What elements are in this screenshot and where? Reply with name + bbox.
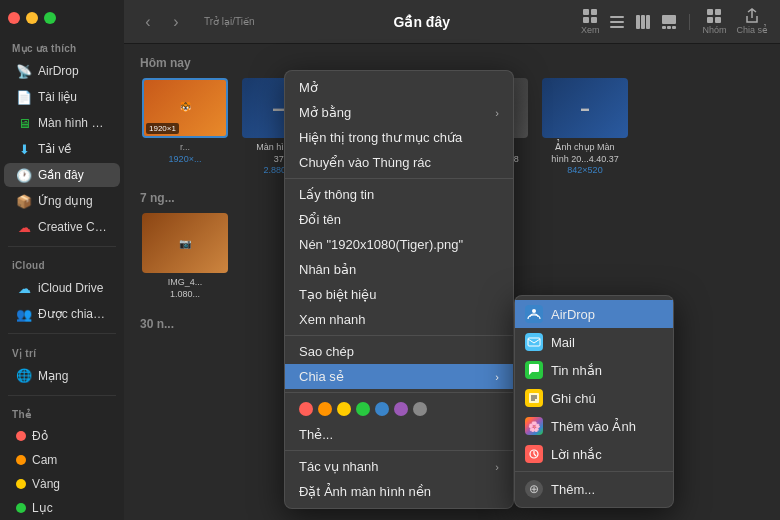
file-item[interactable]: 🐯 1920×1 r... 1920×... (140, 78, 230, 175)
color-yellow-dot[interactable] (337, 402, 351, 416)
sidebar-item-airdrop[interactable]: 📡 AirDrop (4, 59, 120, 83)
sub-reminders[interactable]: Lời nhắc (515, 440, 673, 468)
svg-rect-2 (583, 17, 589, 23)
ctx-open-with-label: Mở bằng (299, 105, 351, 120)
color-red-dot[interactable] (299, 402, 313, 416)
notes-submenu-icon (525, 389, 543, 407)
back-button[interactable]: ‹ (136, 10, 160, 34)
ctx-open-label: Mở (299, 80, 318, 95)
sidebar-item-shared[interactable]: 👥 Được chia sẻ (4, 302, 120, 326)
sidebar-item-creative[interactable]: ☁ Creative Clo... (4, 215, 120, 239)
svg-point-18 (532, 309, 536, 313)
ctx-getinfo-label: Lấy thông tin (299, 187, 374, 202)
ctx-duplicate[interactable]: Nhân bản (285, 257, 513, 282)
color-gray-dot[interactable] (413, 402, 427, 416)
color-orange-dot[interactable] (318, 402, 332, 416)
ctx-tags[interactable]: Thẻ... (285, 422, 513, 447)
sidebar-item-label: iCloud Drive (38, 281, 103, 295)
context-menu: Mở Mở bằng › Hiện thị trong thư mục chứa… (284, 70, 514, 509)
sidebar-item-tag-yellow[interactable]: Vàng (4, 473, 120, 495)
thumb-text: 🐯 (178, 100, 193, 116)
photos-submenu-label: Thêm vào Ảnh (551, 419, 636, 434)
color-purple-dot[interactable] (394, 402, 408, 416)
view-label: Xem (581, 25, 600, 35)
ctx-show-in-folder[interactable]: Hiện thị trong thư mục chứa (285, 125, 513, 150)
documents-icon: 📄 (16, 89, 32, 105)
file-item[interactable]: 📷 IMG_4...1.080... (140, 213, 230, 300)
sidebar-item-tag-green[interactable]: Lục (4, 497, 120, 519)
more-submenu-icon: ⊕ (525, 480, 543, 498)
sidebar-item-downloads[interactable]: ⬇ Tải về (4, 137, 120, 161)
sidebar-item-icloud-drive[interactable]: ☁ iCloud Drive (4, 276, 120, 300)
file-label: r... (180, 142, 190, 154)
sidebar-item-documents[interactable]: 📄 Tài liệu (4, 85, 120, 109)
ctx-quicklook-label: Xem nhanh (299, 312, 366, 327)
forward-button[interactable]: › (164, 10, 188, 34)
view-gallery-button[interactable] (661, 14, 677, 30)
ctx-open[interactable]: Mở (285, 75, 513, 100)
sidebar: Mục ưa thích 📡 AirDrop 📄 Tài liệu 🖥 Màn … (0, 0, 124, 520)
view-column-button[interactable] (635, 14, 651, 30)
ctx-wallpaper-label: Đặt Ảnh màn hình nền (299, 484, 431, 499)
ctx-compress[interactable]: Nén "1920x1080(Tiger).png" (285, 232, 513, 257)
svg-rect-8 (641, 15, 645, 29)
color-blue-dot[interactable] (375, 402, 389, 416)
svg-rect-15 (715, 9, 721, 15)
sidebar-item-label: AirDrop (38, 64, 79, 78)
sidebar-item-applications[interactable]: 📦 Ứng dụng (4, 189, 120, 213)
ctx-separator-1 (285, 178, 513, 179)
share-submenu: AirDrop Mail Tin nhắn Ghi chú 🌸 Thêm vào… (514, 295, 674, 508)
ctx-copy[interactable]: Sao chép (285, 339, 513, 364)
file-item[interactable]: ▬ Ảnh chụp Mànhình 20...4.40.37 842×520 (540, 78, 630, 175)
svg-line-26 (534, 454, 536, 456)
mail-submenu-icon (525, 333, 543, 351)
minimize-button[interactable] (26, 12, 38, 24)
reminders-submenu-label: Lời nhắc (551, 447, 602, 462)
tag-yellow-dot (16, 479, 26, 489)
view-grid-button[interactable]: Xem (581, 8, 600, 35)
sub-more[interactable]: ⊕ Thêm... (515, 475, 673, 503)
ctx-share[interactable]: Chia sẻ › (285, 364, 513, 389)
notes-submenu-label: Ghi chú (551, 391, 596, 406)
share-submenu-arrow-icon: › (495, 371, 499, 383)
share-toolbar-button[interactable]: Chia sẻ (736, 8, 768, 35)
ctx-rename[interactable]: Đổi tên (285, 207, 513, 232)
sub-messages[interactable]: Tin nhắn (515, 356, 673, 384)
sidebar-item-label: Cam (32, 453, 57, 467)
ctx-set-wallpaper[interactable]: Đặt Ảnh màn hình nền (285, 479, 513, 504)
ctx-trash-label: Chuyển vào Thùng rác (299, 155, 431, 170)
group-button[interactable]: Nhóm (702, 8, 726, 35)
sidebar-item-network[interactable]: 🌐 Mạng (4, 364, 120, 388)
share-label: Chia sẻ (736, 25, 768, 35)
sidebar-item-tag-red[interactable]: Đỏ (4, 425, 120, 447)
traffic-lights (8, 12, 56, 24)
sub-airdrop[interactable]: AirDrop (515, 300, 673, 328)
locations-section-label: Vị trí (0, 340, 124, 363)
ctx-share-label: Chia sẻ (299, 369, 344, 384)
ctx-separator-2 (285, 335, 513, 336)
sidebar-item-tag-orange[interactable]: Cam (4, 449, 120, 471)
sidebar-item-desktop[interactable]: 🖥 Màn hình nền (4, 111, 120, 135)
tags-section-label: Thẻ (0, 401, 124, 424)
svg-rect-17 (715, 17, 721, 23)
ctx-get-info[interactable]: Lấy thông tin (285, 182, 513, 207)
file-thumbnail: ▬ (542, 78, 628, 138)
ctx-make-alias[interactable]: Tạo biệt hiệu (285, 282, 513, 307)
sub-mail[interactable]: Mail (515, 328, 673, 356)
ctx-quick-actions[interactable]: Tác vụ nhanh › (285, 454, 513, 479)
ctx-move-trash[interactable]: Chuyển vào Thùng rác (285, 150, 513, 175)
close-button[interactable] (8, 12, 20, 24)
ctx-quicklook[interactable]: Xem nhanh (285, 307, 513, 332)
ctx-open-with[interactable]: Mở bằng › (285, 100, 513, 125)
toolbar-icons: Xem Nhóm Chia sẻ (581, 8, 768, 35)
toolbar-nav: ‹ › (136, 10, 188, 34)
expand-button[interactable] (44, 12, 56, 24)
sidebar-item-recent[interactable]: 🕐 Gần đây (4, 163, 120, 187)
group-label: Nhóm (702, 25, 726, 35)
sub-add-to-photos[interactable]: 🌸 Thêm vào Ảnh (515, 412, 673, 440)
ctx-colors-row (285, 396, 513, 422)
color-green-dot[interactable] (356, 402, 370, 416)
airdrop-submenu-icon (525, 305, 543, 323)
view-list-button[interactable] (609, 14, 625, 30)
sub-notes[interactable]: Ghi chú (515, 384, 673, 412)
